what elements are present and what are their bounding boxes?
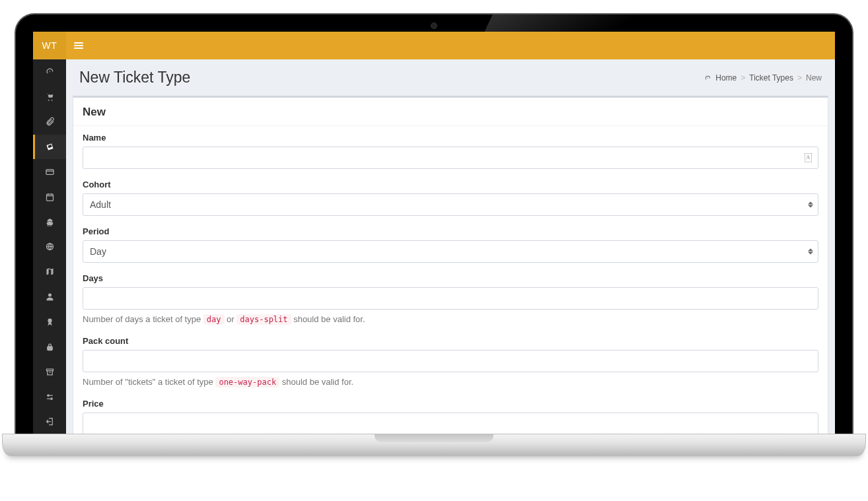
code-days-split: days-split — [236, 314, 291, 325]
pack-count-label: Pack count — [83, 336, 818, 346]
logout-icon — [45, 417, 55, 426]
days-label: Days — [83, 273, 818, 283]
lock-icon — [45, 342, 55, 352]
sidebar-item-tickets[interactable] — [33, 135, 66, 160]
name-label: Name — [83, 133, 818, 143]
field-name: Name A — [83, 133, 818, 169]
sidebar-item-map[interactable] — [33, 259, 66, 284]
user-icon — [45, 292, 55, 302]
sidebar-item-cart[interactable] — [33, 84, 66, 110]
dashboard-icon — [45, 67, 55, 77]
input-autofill-icon: A — [805, 153, 812, 162]
svg-point-8 — [50, 397, 53, 400]
sidebar-toggle-button[interactable] — [66, 32, 91, 59]
globe-icon — [45, 242, 55, 251]
ticket-icon — [45, 142, 55, 152]
svg-rect-6 — [46, 369, 53, 371]
content: New Ticket Type Home > Ticket Types > Ne… — [66, 59, 835, 434]
sidebar-item-archive[interactable] — [33, 359, 66, 384]
pack-count-input[interactable] — [83, 350, 818, 372]
name-input[interactable] — [83, 147, 818, 169]
breadcrumb: Home > Ticket Types > New — [704, 73, 822, 83]
form-panel: New Name A Cohort — [73, 96, 828, 434]
period-label: Period — [83, 226, 818, 236]
breadcrumb-home[interactable]: Home — [715, 73, 737, 83]
svg-point-4 — [48, 319, 52, 323]
hamburger-icon — [74, 42, 83, 49]
page-header: New Ticket Type Home > Ticket Types > Ne… — [66, 59, 835, 96]
sidebar-item-calendar[interactable] — [33, 184, 66, 209]
svg-point-3 — [48, 294, 52, 297]
price-input[interactable] — [83, 413, 818, 434]
breadcrumb-ticket-types[interactable]: Ticket Types — [749, 73, 793, 83]
sidebar-item-attachments[interactable] — [33, 110, 66, 135]
breadcrumb-sep: > — [741, 73, 745, 83]
days-input[interactable] — [83, 287, 818, 310]
settings-icon — [45, 392, 55, 402]
breadcrumb-sep: > — [797, 73, 802, 83]
svg-rect-0 — [46, 170, 53, 175]
paperclip-icon — [45, 117, 55, 127]
field-period: Period Day — [83, 226, 818, 263]
panel-body: Name A Cohort Adult — [73, 126, 828, 434]
sidebar-item-badge[interactable] — [33, 310, 66, 335]
brand-logo[interactable]: WT — [33, 32, 66, 59]
sidebar-item-lock[interactable] — [33, 334, 66, 359]
app-body: New Ticket Type Home > Ticket Types > Ne… — [33, 59, 835, 434]
sidebar-item-globe[interactable] — [33, 234, 66, 259]
sidebar-item-dashboard[interactable] — [33, 59, 66, 84]
topbar: WT — [33, 32, 835, 59]
card-icon — [45, 167, 55, 177]
cohort-select[interactable]: Adult — [83, 193, 818, 216]
code-one-way-pack: one-way-pack — [215, 377, 279, 387]
laptop-frame: WT — [15, 13, 853, 456]
ship-icon — [45, 217, 55, 227]
field-cohort: Cohort Adult — [83, 180, 818, 216]
sidebar-item-ship[interactable] — [33, 209, 66, 234]
screen: WT — [33, 32, 835, 434]
sidebar-item-logout[interactable] — [33, 409, 66, 434]
code-day: day — [203, 314, 225, 325]
svg-rect-1 — [46, 194, 53, 201]
breadcrumb-current: New — [806, 73, 822, 83]
cohort-label: Cohort — [83, 180, 818, 189]
days-help: Number of days a ticket of type day or d… — [83, 314, 818, 325]
laptop-base — [2, 434, 866, 456]
sidebar-item-settings[interactable] — [33, 384, 66, 409]
field-price: Price Price in cents — [83, 399, 818, 434]
calendar-icon — [45, 192, 55, 202]
laptop-lid: WT — [15, 13, 853, 434]
cart-icon — [45, 92, 55, 102]
svg-rect-5 — [47, 347, 52, 351]
field-days: Days Number of days a ticket of type day… — [83, 273, 818, 325]
page-title: New Ticket Type — [79, 69, 190, 86]
sidebar-item-card[interactable] — [33, 159, 66, 184]
pack-count-help: Number of "tickets" a ticket of type one… — [83, 376, 818, 388]
dashboard-icon — [704, 75, 711, 82]
svg-point-7 — [47, 394, 50, 397]
panel-title: New — [73, 98, 828, 126]
badge-icon — [45, 317, 55, 327]
period-select[interactable]: Day — [83, 240, 818, 263]
sidebar — [33, 59, 66, 434]
sidebar-item-user[interactable] — [33, 284, 66, 310]
price-label: Price — [83, 399, 818, 409]
archive-icon — [45, 367, 55, 377]
field-pack-count: Pack count Number of "tickets" a ticket … — [83, 336, 818, 388]
map-icon — [45, 267, 55, 277]
